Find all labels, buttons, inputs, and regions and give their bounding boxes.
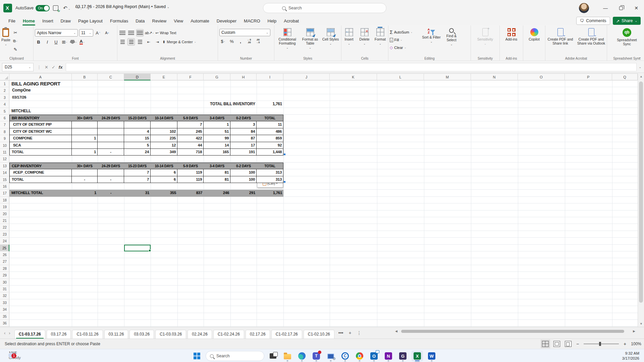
cell-styles-button[interactable]: Cell Styles⌄: [322, 27, 339, 55]
format-cells-button[interactable]: Format⌄: [373, 27, 388, 55]
taskbar-onenote-icon[interactable]: N: [383, 351, 394, 361]
row-header-33[interactable]: 33: [0, 299, 9, 306]
table-header-cep-inventory-3-4-days[interactable]: 3-4 DAYS: [204, 163, 230, 169]
table-header-br-inventory-24-29-days[interactable]: 24-29 DAYS: [98, 115, 124, 121]
table-header-br-inventory-0-2-days[interactable]: 0-2 DAYS: [230, 115, 257, 121]
cell-G11[interactable]: 165: [204, 149, 230, 156]
taskbar-excel-icon[interactable]: X: [412, 351, 423, 361]
menu-tab-home[interactable]: Home: [19, 17, 39, 25]
addins-button[interactable]: Add-ins: [502, 27, 521, 55]
autosave-toggle[interactable]: AutoSave On: [15, 5, 50, 11]
row-header-7[interactable]: 7: [0, 121, 9, 128]
total-bill-inventory-label[interactable]: TOTAL BILL INVENTORY: [9, 101, 257, 108]
section-title[interactable]: MITCHELL: [9, 108, 98, 115]
vertical-scrollbar[interactable]: ▲ ▼: [638, 73, 644, 327]
menu-tab-data[interactable]: Data: [132, 17, 148, 25]
table-header-cep-inventory-0-2-days[interactable]: 0-2 DAYS: [230, 163, 257, 169]
name-box[interactable]: D25⌄: [2, 63, 34, 71]
menu-tab-automate[interactable]: Automate: [187, 17, 213, 25]
page-layout-view-icon[interactable]: [553, 341, 560, 347]
cell-A11[interactable]: TOTAL: [9, 149, 72, 156]
cell-G7[interactable]: 1: [204, 121, 230, 128]
company-name[interactable]: CompOne: [9, 87, 98, 94]
sheet-tab-03-03-26[interactable]: 03.03.26: [129, 330, 154, 339]
column-header-E[interactable]: E: [151, 74, 177, 80]
increase-font-icon[interactable]: A＾: [95, 29, 102, 37]
row-header-12[interactable]: 12: [0, 156, 9, 162]
row-header-25[interactable]: 25: [0, 245, 9, 251]
cell-D15[interactable]: 7: [124, 176, 151, 183]
cell-F10[interactable]: 44: [177, 142, 204, 149]
close-button[interactable]: ✕: [629, 0, 644, 16]
row-header-28[interactable]: 28: [0, 265, 9, 272]
start-button[interactable]: [191, 351, 203, 361]
cell-F15[interactable]: 119: [177, 176, 204, 183]
cell-E15[interactable]: 6: [151, 176, 177, 183]
scroll-right-icon[interactable]: ▶: [633, 329, 635, 333]
cell-B8[interactable]: [72, 128, 98, 135]
column-header-K[interactable]: K: [330, 74, 377, 80]
taskbar-teams-icon[interactable]: T: [311, 351, 322, 361]
font-color-button[interactable]: A⌄: [78, 38, 86, 46]
scroll-up-icon[interactable]: ▲: [638, 75, 644, 78]
cell-F9[interactable]: 422: [177, 135, 204, 142]
cell-B15[interactable]: -: [72, 176, 98, 183]
sheet-tab-03-17-26[interactable]: 03.17.26: [47, 330, 71, 339]
menu-tab-formulas[interactable]: Formulas: [106, 17, 132, 25]
cell-E14[interactable]: 6: [151, 169, 177, 176]
cell-E10[interactable]: 12: [151, 142, 177, 149]
row-header-18[interactable]: 18: [0, 197, 9, 203]
cell-E11[interactable]: 349: [151, 149, 177, 156]
cell-G15[interactable]: 81: [204, 176, 230, 183]
report-date[interactable]: 03/17/26: [9, 94, 72, 101]
cell-A14[interactable]: #CEP_COMPONE: [9, 169, 72, 176]
cell-D14[interactable]: 7: [124, 169, 151, 176]
column-header-A[interactable]: A: [9, 74, 72, 80]
hscroll-thumb[interactable]: [401, 330, 624, 333]
new-sheet-button[interactable]: +: [346, 330, 354, 336]
row-header-19[interactable]: 19: [0, 203, 9, 210]
row-header-27[interactable]: 27: [0, 258, 9, 265]
table-header-cep-inventory-15-23-days[interactable]: 15-23 DAYS: [124, 163, 151, 169]
row-header-10[interactable]: 10: [0, 142, 9, 149]
font-size-select[interactable]: 11⌄: [79, 29, 93, 37]
row-headers[interactable]: 1234567891011121314151617181920212223242…: [0, 80, 9, 327]
document-title[interactable]: 03.17.26 - 2026 Bill Aging Report (Main)…: [75, 4, 169, 9]
cell-D9[interactable]: 15: [124, 135, 151, 142]
find-select-button[interactable]: Find & Select⌄: [442, 27, 461, 55]
delete-cells-button[interactable]: Delete⌄: [358, 27, 372, 55]
number-format-select[interactable]: Custom⌄: [219, 29, 270, 36]
row-header-11[interactable]: 11: [0, 149, 9, 156]
cell-B9[interactable]: 1: [72, 135, 98, 142]
select-all-corner[interactable]: [0, 74, 9, 80]
create-pdf-share-link-button[interactable]: Create PDF and Share link: [546, 27, 575, 55]
fill-button[interactable]: ↓Fill⌄: [390, 37, 421, 43]
sheet-tab-c1-03-11-26[interactable]: C1-03.11.26: [72, 330, 103, 339]
collapse-ribbon-icon[interactable]: ⌄: [638, 55, 641, 59]
restore-button[interactable]: [613, 0, 629, 16]
table-header-br-inventory-15-23-days[interactable]: 15-23 DAYS: [124, 115, 151, 121]
cell-A9[interactable]: COMPONE: [9, 135, 72, 142]
taskbar-search-input[interactable]: Search: [206, 351, 264, 361]
menu-tab-draw[interactable]: Draw: [57, 17, 74, 25]
table-header-br-inventory-5-9-days[interactable]: 5-9 DAYS: [177, 115, 204, 121]
copilot-button[interactable]: Copilot: [525, 27, 543, 55]
row-header-16[interactable]: 16: [0, 183, 9, 190]
sort-filter-button[interactable]: AZ Sort & Filter⌄: [422, 27, 441, 55]
cell-C10[interactable]: [98, 142, 124, 149]
column-header-M[interactable]: M: [424, 74, 471, 80]
user-avatar[interactable]: [579, 3, 589, 13]
cell-H11[interactable]: 191: [230, 149, 257, 156]
minimize-button[interactable]: —: [598, 0, 613, 16]
cell-I17[interactable]: 1,761: [257, 190, 283, 196]
row-header-8[interactable]: 8: [0, 128, 9, 135]
sheet-tab-c1-02-10-26[interactable]: C1-02.10.26: [304, 330, 334, 339]
cell-F8[interactable]: 245: [177, 128, 204, 135]
sheet-tab-02-17-26[interactable]: 02.17.26: [246, 330, 270, 339]
row-header-15[interactable]: 15: [0, 176, 9, 183]
row-header-24[interactable]: 24: [0, 238, 9, 244]
taskbar-chrome-icon[interactable]: [354, 351, 365, 361]
cell-I11[interactable]: 1,448: [257, 149, 283, 156]
taskbar-task-view-icon[interactable]: [267, 351, 279, 361]
row-header-13[interactable]: 13: [0, 163, 9, 169]
